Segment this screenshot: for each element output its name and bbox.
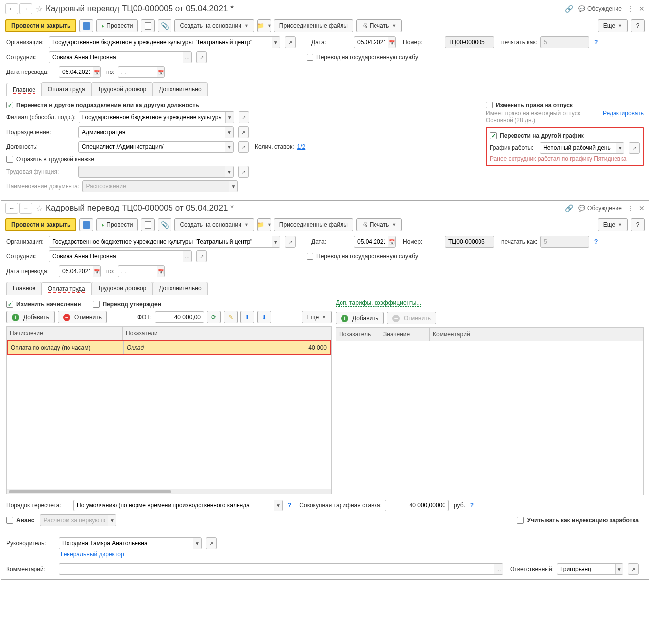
calendar-icon[interactable]: 📅	[93, 67, 100, 77]
attached-files-button[interactable]: Присоединенные файлы	[274, 19, 353, 32]
position-input[interactable]	[79, 142, 225, 152]
folder-button[interactable]: 📁▼	[257, 19, 271, 32]
tariff-input[interactable]	[385, 500, 448, 511]
dropdown-icon[interactable]: ▼	[272, 37, 280, 48]
document-button[interactable]	[141, 19, 155, 32]
schedule-input[interactable]	[540, 143, 616, 153]
print-button[interactable]: 🖨Печать▼	[356, 19, 402, 32]
calendar-icon[interactable]: 📅	[388, 37, 395, 48]
help-icon[interactable]: ?	[470, 502, 474, 509]
employee-input[interactable]	[49, 52, 183, 63]
open-ext-button[interactable]: ↗	[238, 126, 249, 138]
tab-extra[interactable]: Дополнительно	[152, 82, 207, 96]
dropdown-icon[interactable]: ▼	[274, 500, 282, 511]
advance-checkbox[interactable]	[6, 517, 13, 524]
open-ext-button[interactable]: ↗	[629, 142, 640, 154]
star-icon[interactable]: ☆	[36, 204, 43, 213]
rate-link[interactable]: 1/2	[297, 143, 306, 150]
menu-icon[interactable]: ⋮	[627, 204, 634, 212]
transfer-date-input[interactable]	[59, 266, 93, 277]
date-input[interactable]	[354, 37, 388, 48]
folder-button[interactable]: 📁▼	[257, 218, 271, 231]
accrual-row[interactable]: Оплата по окладу (по часам) Оклад 40 000	[7, 340, 331, 355]
dropdown-icon[interactable]: ▼	[225, 127, 233, 138]
open-ext-button[interactable]: ↗	[238, 141, 249, 153]
ellipsis-icon[interactable]: …	[494, 564, 503, 574]
tab-extra[interactable]: Дополнительно	[152, 282, 207, 295]
more-button[interactable]: Еще▼	[302, 311, 332, 323]
vacation-checkbox[interactable]	[486, 102, 493, 108]
attached-files-button[interactable]: Присоединенные файлы	[274, 218, 353, 231]
open-ext-button[interactable]: ↗	[285, 36, 296, 48]
post-button[interactable]: ▸Провести	[96, 218, 138, 231]
calendar-icon[interactable]: 📅	[388, 236, 395, 247]
refresh-button[interactable]: ⟳	[207, 311, 221, 323]
date-input[interactable]	[354, 236, 388, 247]
help-button[interactable]: ?	[631, 19, 645, 32]
menu-icon[interactable]: ⋮	[627, 5, 634, 13]
forward-button[interactable]: →	[19, 203, 32, 214]
link-icon[interactable]: 🔗	[565, 204, 573, 212]
tab-contract[interactable]: Трудовой договор	[91, 82, 153, 96]
dropdown-icon[interactable]: ▼	[225, 166, 233, 177]
help-icon[interactable]: ?	[288, 502, 291, 509]
cancel-tariff-button[interactable]: –Отменить	[387, 312, 436, 324]
post-button[interactable]: ▸Провести	[96, 19, 138, 32]
calendar-icon[interactable]: 📅	[157, 67, 164, 77]
star-icon[interactable]: ☆	[36, 4, 43, 14]
discuss-button[interactable]: 💬 Обсуждение	[578, 5, 622, 12]
modify-accruals-checkbox[interactable]	[6, 301, 13, 308]
link-icon[interactable]: 🔗	[565, 5, 573, 13]
print-button[interactable]: 🖨Печать▼	[356, 218, 402, 231]
ellipsis-icon[interactable]: …	[183, 251, 191, 262]
tab-main[interactable]: Главное	[6, 83, 42, 96]
save-button[interactable]	[79, 19, 93, 32]
open-ext-button[interactable]: ↗	[285, 236, 296, 248]
discuss-button[interactable]: 💬 Обсуждение	[578, 205, 622, 212]
calendar-icon[interactable]: 📅	[93, 266, 100, 277]
open-ext-button[interactable]: ↗	[239, 111, 249, 123]
help-button[interactable]: ?	[631, 218, 645, 231]
head-input[interactable]	[59, 538, 193, 549]
document-button[interactable]	[141, 218, 155, 231]
dropdown-icon[interactable]: ▼	[272, 236, 280, 247]
approved-checkbox[interactable]	[93, 301, 100, 308]
to-date-input[interactable]	[118, 266, 157, 277]
responsible-input[interactable]	[557, 564, 615, 574]
ellipsis-icon[interactable]: …	[183, 52, 191, 63]
move-up-button[interactable]: ⬆	[240, 311, 254, 323]
dropdown-icon[interactable]: ▼	[229, 181, 237, 192]
org-input[interactable]	[49, 236, 272, 247]
dropdown-icon[interactable]: ▼	[193, 538, 201, 549]
horizontal-scrollbar[interactable]	[7, 489, 331, 494]
edit-button[interactable]: ✎	[224, 311, 238, 323]
dropdown-icon[interactable]: ▼	[616, 143, 624, 153]
index-checkbox[interactable]	[517, 517, 524, 524]
help-icon[interactable]: ?	[594, 39, 598, 46]
add-tariff-button[interactable]: +Добавить	[336, 312, 384, 324]
fot-input[interactable]	[155, 312, 204, 322]
close-icon[interactable]: ✕	[639, 204, 645, 212]
back-button[interactable]: ←	[5, 203, 18, 214]
extra-tariffs-link[interactable]: Доп. тарифы, коэффициенты...	[336, 299, 421, 307]
tab-pay[interactable]: Оплата труда	[41, 82, 92, 96]
dropdown-icon[interactable]: ▼	[108, 515, 116, 526]
edit-link[interactable]: Редактировать	[603, 110, 644, 124]
head-position-link[interactable]: Генеральный директор	[61, 551, 124, 558]
help-icon[interactable]: ?	[594, 238, 598, 245]
transfer-date-input[interactable]	[59, 67, 93, 77]
attach-button[interactable]: 📎	[158, 218, 171, 231]
cancel-accrual-button[interactable]: –Отменить	[58, 311, 107, 323]
comment-input[interactable]	[59, 564, 494, 574]
attach-button[interactable]: 📎	[158, 19, 171, 32]
gov-service-checkbox[interactable]	[307, 253, 313, 260]
dropdown-icon[interactable]: ▼	[225, 142, 233, 152]
dept-input[interactable]	[79, 127, 225, 138]
tab-main[interactable]: Главное	[6, 282, 42, 295]
recalc-input[interactable]	[74, 500, 274, 511]
open-ext-button[interactable]: ↗	[196, 250, 207, 262]
back-button[interactable]: ←	[5, 3, 18, 14]
tab-pay[interactable]: Оплата труда	[41, 282, 92, 295]
gov-service-checkbox[interactable]	[307, 54, 313, 61]
dropdown-icon[interactable]: ▼	[615, 564, 623, 574]
